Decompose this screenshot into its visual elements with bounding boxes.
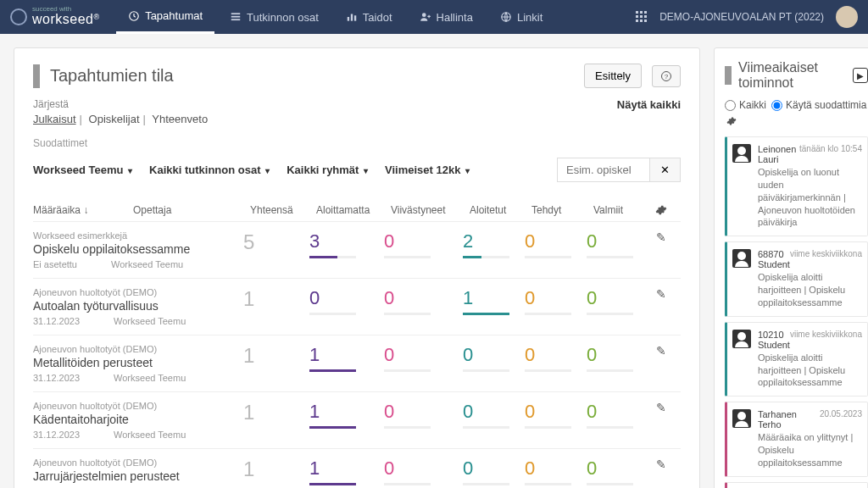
sort-julkaisut[interactable]: Julkaisut: [33, 113, 76, 125]
filter-parts[interactable]: Kaikki tutkinnon osat ▾: [149, 164, 270, 176]
row-category: Ajoneuvon huoltotyöt (DEMO): [33, 287, 236, 297]
clear-search-button[interactable]: ✕: [650, 158, 681, 182]
metric-teal: 2: [463, 230, 518, 258]
row-total: 1: [243, 401, 303, 424]
filters-label: Suodattimet: [33, 137, 681, 149]
user-avatar-icon: [732, 249, 751, 268]
filter-user[interactable]: Workseed Teemu ▾: [33, 164, 132, 176]
radio-filters[interactable]: Käytä suodattimia: [771, 99, 866, 111]
activity-item[interactable]: Leinonen Lauritänään klo 10:54 Opiskelij…: [725, 136, 868, 236]
row-category: Ajoneuvon huoltotyöt (DEMO): [33, 344, 236, 354]
filter-groups[interactable]: Kaikki ryhmät ▾: [287, 164, 368, 176]
globe-icon: [500, 11, 512, 23]
metric-purple: 1: [309, 458, 377, 485]
nav-tutkinnon-osat[interactable]: Tutkinnon osat: [218, 0, 331, 34]
nav-linkit[interactable]: Linkit: [488, 0, 554, 34]
nav-tapahtumat[interactable]: Tapahtumat: [116, 0, 214, 34]
col-teacher[interactable]: Opettaja: [133, 204, 243, 216]
svg-rect-3: [231, 19, 241, 20]
filter-time[interactable]: Viimeiset 12kk ▾: [385, 164, 470, 176]
metric-bar: [384, 256, 431, 258]
logo-text: succeed withworkseed®: [32, 7, 99, 27]
metric-value: 0: [525, 287, 580, 309]
logo[interactable]: succeed withworkseed®: [10, 7, 99, 27]
activity-item[interactable]: Tarhanen Terho20.05.2023 Opiskelija ei o…: [725, 482, 868, 488]
activity-user: 68870 Student: [758, 249, 790, 269]
row-info[interactable]: Ajoneuvon huoltotyöt (DEMO) Kädentaitoha…: [33, 401, 236, 440]
logo-icon: [10, 8, 27, 25]
col-done[interactable]: Tehdyt: [531, 204, 587, 216]
metric-purple: 3: [309, 230, 377, 258]
gear-icon: [726, 116, 737, 126]
metric-value: 1: [309, 458, 377, 480]
metric-bar: [525, 256, 571, 258]
metric-pink: 0: [384, 287, 456, 315]
activity-filter-settings[interactable]: [726, 116, 737, 126]
demo-label[interactable]: DEMO-AJONEUVOALAN PT (2022): [659, 11, 824, 23]
activity-item[interactable]: 10210 Studentviime keskiviikkona Opiskel…: [725, 322, 868, 397]
col-deadline[interactable]: Määräaika ↓: [33, 204, 126, 216]
activity-item[interactable]: 68870 Studentviime keskiviikkona Opiskel…: [725, 241, 868, 317]
metric-value: 0: [463, 458, 518, 480]
metric-value: 0: [525, 401, 580, 423]
sort-opiskelijat[interactable]: Opiskelijat: [89, 113, 140, 125]
metric-pink: 0: [384, 230, 456, 258]
col-total[interactable]: Yhteensä: [250, 204, 309, 216]
col-started[interactable]: Aloitetut: [470, 204, 525, 216]
search-input[interactable]: [557, 158, 650, 182]
row-category: Ajoneuvon huoltotyöt (DEMO): [33, 401, 236, 411]
col-delayed[interactable]: Viivästyneet: [391, 204, 463, 216]
help-button[interactable]: ?: [652, 65, 681, 87]
edit-button[interactable]: ✎: [648, 458, 674, 471]
apps-grid-icon[interactable]: [636, 11, 648, 23]
metric-value: 0: [587, 287, 642, 309]
row-info[interactable]: Workseed esimerkkejä Opiskelu oppilaitok…: [33, 230, 236, 269]
activity-time: tänään klo 10:54: [799, 144, 862, 164]
edit-button[interactable]: ✎: [648, 230, 674, 244]
metric-bar: [463, 256, 509, 258]
stack-icon: [230, 11, 242, 23]
row-title: Metallitöiden perusteet: [33, 356, 236, 369]
metric-bar: [587, 369, 633, 372]
nav-label: Taidot: [363, 11, 392, 24]
show-all-link[interactable]: Näytä kaikki: [617, 98, 681, 111]
svg-rect-14: [644, 15, 647, 18]
svg-rect-1: [231, 13, 241, 14]
activity-body: 68870 Studentviime keskiviikkona Opiskel…: [758, 249, 862, 309]
table-header: Määräaika ↓ Opettaja Yhteensä Aloittamat…: [33, 199, 681, 221]
row-info[interactable]: Ajoneuvon huoltotyöt (DEMO) Jarrujärjest…: [33, 458, 236, 488]
col-notstarted[interactable]: Aloittamatta: [316, 204, 384, 216]
table-settings-button[interactable]: [655, 204, 681, 216]
radio-all[interactable]: Kaikki: [725, 99, 766, 111]
activity-filter-radios: Kaikki Käytä suodattimia: [725, 99, 868, 126]
col-ready[interactable]: Valmiit: [593, 204, 648, 216]
activity-user: Leinonen Lauri: [758, 144, 799, 164]
sort-yhteenveto[interactable]: Yhteenveto: [152, 113, 208, 125]
metric-bar: [384, 426, 431, 429]
avatar[interactable]: [836, 6, 858, 28]
expand-button[interactable]: ▶: [853, 68, 868, 83]
row-info[interactable]: Ajoneuvon huoltotyöt (DEMO) Metallitöide…: [33, 344, 236, 383]
sort-label: Järjestä: [33, 98, 208, 110]
svg-rect-9: [636, 11, 638, 14]
metric-value: 0: [587, 344, 642, 366]
nav-label: Hallinta: [437, 11, 473, 24]
row-title: Opiskelu oppilaitoksessamme: [33, 242, 236, 256]
nav-right: DEMO-AJONEUVOALAN PT (2022): [636, 6, 858, 28]
esittely-button[interactable]: Esittely: [584, 64, 642, 88]
nav-items: TapahtumatTutkinnon osatTaidotHallintaLi…: [116, 0, 554, 34]
metric-bar: [309, 256, 356, 258]
edit-button[interactable]: ✎: [648, 344, 674, 358]
row-category: Ajoneuvon huoltotyöt (DEMO): [33, 458, 236, 468]
nav-taidot[interactable]: Taidot: [334, 0, 404, 34]
edit-button[interactable]: ✎: [648, 401, 674, 414]
metric-bar: [587, 313, 633, 315]
activity-item[interactable]: Tarhanen Terho20.05.2023 Määräaika on yl…: [725, 402, 868, 477]
metric-value: 0: [587, 458, 642, 480]
title-accent: [33, 64, 40, 88]
edit-button[interactable]: ✎: [648, 287, 674, 301]
row-info[interactable]: Ajoneuvon huoltotyöt (DEMO) Autoalan työ…: [33, 287, 236, 326]
sort-down-icon: ↓: [83, 204, 88, 216]
metric-value: 0: [525, 458, 580, 480]
nav-hallinta[interactable]: Hallinta: [408, 0, 485, 34]
